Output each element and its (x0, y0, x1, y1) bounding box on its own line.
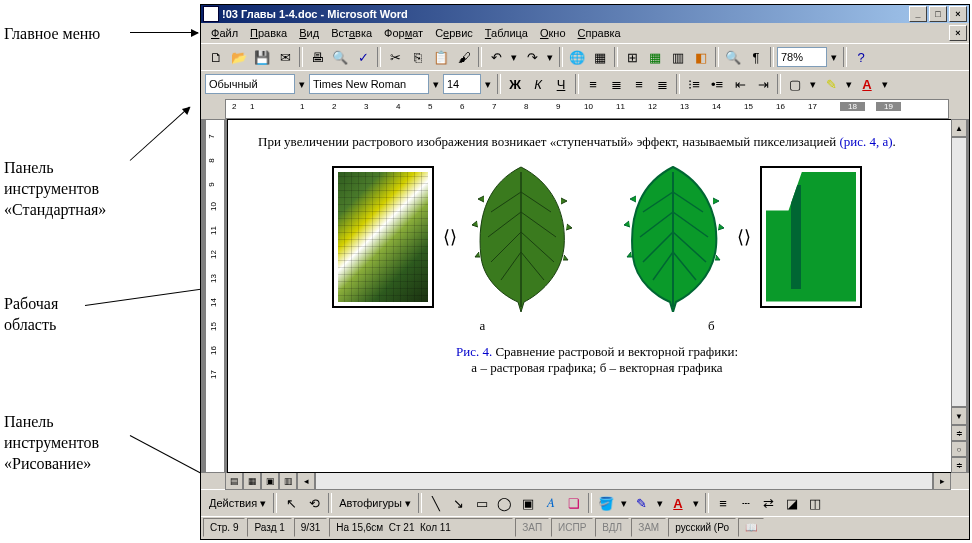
clipart-button[interactable]: ❏ (563, 492, 585, 514)
browse-object-button[interactable]: ○ (951, 441, 967, 457)
font-combo[interactable]: Times New Roman (309, 74, 429, 94)
excel-button[interactable]: ▦ (644, 46, 666, 68)
cut-button[interactable]: ✂ (384, 46, 406, 68)
oval-button[interactable]: ◯ (494, 492, 516, 514)
prev-page-button[interactable]: ≑ (951, 425, 967, 441)
hyperlink-button[interactable]: 🌐 (566, 46, 588, 68)
status-ovr[interactable]: ЗАМ (631, 518, 666, 537)
redo-button[interactable]: ↷ (521, 46, 543, 68)
minimize-button[interactable]: _ (909, 6, 927, 22)
scroll-right-button[interactable]: ▸ (933, 472, 951, 490)
fill-color-button[interactable]: 🪣 (595, 492, 617, 514)
align-center-button[interactable]: ≣ (605, 73, 627, 95)
bullets-button[interactable]: •≡ (706, 73, 728, 95)
menu-window[interactable]: Окно (534, 25, 572, 41)
preview-button[interactable]: 🔍 (329, 46, 351, 68)
menu-help[interactable]: Справка (572, 25, 627, 41)
menu-format[interactable]: Формат (378, 25, 429, 41)
style-dropdown[interactable]: ▾ (296, 78, 308, 91)
highlight-button[interactable]: ✎ (820, 73, 842, 95)
doc-close-button[interactable]: × (949, 25, 967, 41)
horizontal-ruler[interactable]: 21 12 34 56 78 910 1112 1314 1516 17 18 … (225, 99, 949, 119)
document-page[interactable]: При увеличении растрового изображения во… (227, 119, 967, 473)
font-dropdown[interactable]: ▾ (430, 78, 442, 91)
help-button[interactable]: ? (850, 46, 872, 68)
close-button[interactable]: × (949, 6, 967, 22)
wordart-button[interactable]: 𝐴 (540, 492, 562, 514)
status-book-icon[interactable]: 📖 (738, 518, 764, 537)
menu-tools[interactable]: Сервис (429, 25, 479, 41)
insert-table-button[interactable]: ⊞ (621, 46, 643, 68)
undo-dropdown[interactable]: ▾ (508, 51, 520, 64)
actions-menu[interactable]: Действия ▾ (205, 495, 270, 512)
outdent-button[interactable]: ⇤ (729, 73, 751, 95)
line-color-button[interactable]: ✎ (631, 492, 653, 514)
scroll-up-button[interactable]: ▲ (951, 119, 967, 137)
indent-button[interactable]: ⇥ (752, 73, 774, 95)
undo-button[interactable]: ↶ (485, 46, 507, 68)
new-button[interactable]: 🗋 (205, 46, 227, 68)
save-button[interactable]: 💾 (251, 46, 273, 68)
scroll-left-button[interactable]: ◂ (297, 472, 315, 490)
drawing-toggle-button[interactable]: ◧ (690, 46, 712, 68)
maximize-button[interactable]: □ (929, 6, 947, 22)
redo-dropdown[interactable]: ▾ (544, 51, 556, 64)
bold-button[interactable]: Ж (504, 73, 526, 95)
size-dropdown[interactable]: ▾ (482, 78, 494, 91)
textbox-button[interactable]: ▣ (517, 492, 539, 514)
fill-dropdown[interactable]: ▾ (618, 497, 630, 510)
menu-table[interactable]: Таблица (479, 25, 534, 41)
autoshapes-menu[interactable]: Автофигуры ▾ (335, 495, 415, 512)
style-combo[interactable]: Обычный (205, 74, 295, 94)
align-justify-button[interactable]: ≣ (651, 73, 673, 95)
next-page-button[interactable]: ≑ (951, 457, 967, 473)
mail-button[interactable]: ✉ (274, 46, 296, 68)
menu-file[interactable]: Файл (205, 25, 244, 41)
status-trk[interactable]: ИСПР (551, 518, 593, 537)
spellcheck-button[interactable]: ✓ (352, 46, 374, 68)
shadow-button[interactable]: ◪ (781, 492, 803, 514)
status-rec[interactable]: ЗАП (515, 518, 549, 537)
borders-button[interactable]: ▢ (784, 73, 806, 95)
zoom-combo[interactable]: 78% (777, 47, 827, 67)
menu-edit[interactable]: Правка (244, 25, 293, 41)
align-right-button[interactable]: ≡ (628, 73, 650, 95)
web-view-button[interactable]: ▦ (243, 472, 261, 490)
arrow-button[interactable]: ↘ (448, 492, 470, 514)
text-color-button[interactable]: A (667, 492, 689, 514)
paste-button[interactable]: 📋 (430, 46, 452, 68)
outline-view-button[interactable]: ▥ (279, 472, 297, 490)
select-objects-button[interactable]: ↖ (280, 492, 302, 514)
linecolor-dropdown[interactable]: ▾ (654, 497, 666, 510)
align-left-button[interactable]: ≡ (582, 73, 604, 95)
borders-dropdown[interactable]: ▾ (807, 78, 819, 91)
docmap-button[interactable]: 🔍 (722, 46, 744, 68)
scroll-down-button[interactable]: ▼ (951, 407, 967, 425)
dash-style-button[interactable]: ┄ (735, 492, 757, 514)
arrow-style-button[interactable]: ⇄ (758, 492, 780, 514)
print-button[interactable]: 🖶 (306, 46, 328, 68)
columns-button[interactable]: ▥ (667, 46, 689, 68)
format-painter-button[interactable]: 🖌 (453, 46, 475, 68)
menu-view[interactable]: Вид (293, 25, 325, 41)
tables-borders-button[interactable]: ▦ (589, 46, 611, 68)
3d-button[interactable]: ◫ (804, 492, 826, 514)
normal-view-button[interactable]: ▤ (225, 472, 243, 490)
menu-insert[interactable]: Вставка (325, 25, 378, 41)
highlight-dropdown[interactable]: ▾ (843, 78, 855, 91)
open-button[interactable]: 📂 (228, 46, 250, 68)
print-view-button[interactable]: ▣ (261, 472, 279, 490)
font-color-button[interactable]: A (856, 73, 878, 95)
copy-button[interactable]: ⎘ (407, 46, 429, 68)
textcolor-dropdown[interactable]: ▾ (690, 497, 702, 510)
zoom-dropdown[interactable]: ▾ (828, 51, 840, 64)
line-style-button[interactable]: ≡ (712, 492, 734, 514)
vertical-scrollbar[interactable]: ▲ ▼ ≑ ○ ≑ (951, 119, 967, 473)
line-button[interactable]: ╲ (425, 492, 447, 514)
rectangle-button[interactable]: ▭ (471, 492, 493, 514)
italic-button[interactable]: К (527, 73, 549, 95)
font-color-dropdown[interactable]: ▾ (879, 78, 891, 91)
show-marks-button[interactable]: ¶ (745, 46, 767, 68)
status-ext[interactable]: ВДЛ (595, 518, 629, 537)
rotate-button[interactable]: ⟲ (303, 492, 325, 514)
